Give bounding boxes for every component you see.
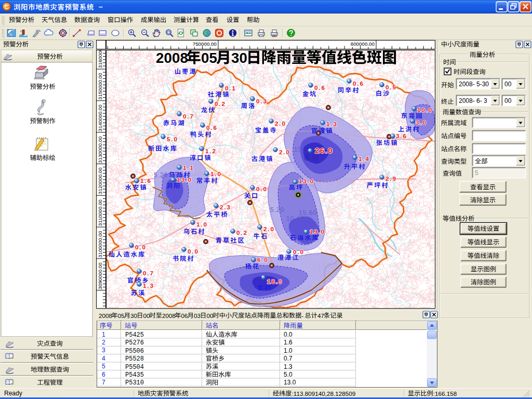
svg-text:05: 05: [118, 312, 125, 319]
svg-text:3120000.00: 3120000.00: [97, 167, 103, 194]
svg-text:30: 30: [231, 50, 247, 66]
svg-text:Ready: Ready: [4, 390, 22, 397]
svg-text:0.2: 0.2: [236, 229, 248, 236]
svg-text:P5506: P5506: [125, 348, 144, 355]
svg-text:0.1: 0.1: [225, 85, 236, 92]
svg-text:1.4: 1.4: [358, 155, 370, 163]
svg-text:1.0: 1.0: [210, 170, 222, 178]
svg-text:13.0: 13.0: [284, 379, 296, 386]
svg-text:P5310: P5310: [125, 379, 144, 387]
svg-text:P5504: P5504: [125, 364, 144, 371]
svg-text:2008: 2008: [162, 312, 176, 319]
svg-text:3140000.00: 3140000.00: [97, 104, 103, 131]
svg-text:750000.00: 750000.00: [193, 41, 217, 47]
svg-text:2008- 5-30: 2008- 5-30: [459, 81, 489, 88]
svg-text:2.9: 2.9: [385, 175, 397, 182]
svg-text:15.6: 15.6: [241, 284, 255, 291]
svg-text:47: 47: [317, 312, 324, 319]
svg-text:26.0: 26.0: [315, 146, 333, 155]
svg-text:0.2: 0.2: [215, 100, 226, 108]
svg-text:2008- 6- 3: 2008- 6- 3: [459, 97, 487, 104]
svg-text:0.0: 0.0: [256, 185, 268, 193]
svg-text:4: 4: [102, 355, 105, 362]
svg-text:0.0: 0.0: [135, 244, 147, 251]
svg-text:0.6: 0.6: [314, 84, 326, 91]
svg-text:2.3: 2.3: [220, 204, 231, 211]
svg-text:0.6: 0.6: [353, 80, 364, 87]
svg-text:6.0: 6.0: [257, 256, 269, 263]
svg-text:1.0: 1.0: [284, 347, 292, 354]
svg-text:15.: 15.: [294, 146, 304, 153]
svg-text:1.1: 1.1: [183, 164, 194, 171]
svg-text::166.158: :166.158: [433, 390, 457, 397]
svg-text:3.6: 3.6: [396, 132, 407, 140]
svg-text:2.0: 2.0: [279, 149, 290, 156]
svg-text:0.7: 0.7: [143, 270, 154, 277]
svg-text:13.0: 13.0: [177, 176, 192, 183]
svg-text:19.0: 19.0: [310, 228, 325, 235]
svg-text:2: 2: [102, 339, 105, 346]
svg-text:1.2: 1.2: [205, 148, 217, 155]
svg-text:0.3: 0.3: [256, 98, 268, 105]
svg-text:00: 00: [143, 312, 150, 319]
svg-text:00: 00: [504, 97, 512, 104]
svg-text:1.3: 1.3: [143, 282, 154, 289]
svg-text:3110000.00: 3110000.00: [97, 199, 103, 226]
svg-text:2008: 2008: [99, 312, 112, 319]
svg-text:03: 03: [194, 312, 201, 319]
svg-text::113.809140,28.128509: :113.809140,28.128509: [292, 390, 356, 397]
svg-text:18.0: 18.0: [267, 278, 283, 285]
svg-text:10.0: 10.0: [417, 107, 433, 114]
svg-text:5: 5: [102, 363, 105, 370]
svg-text:00: 00: [504, 81, 512, 88]
svg-text:2.0: 2.0: [263, 225, 275, 233]
svg-text:5.0: 5.0: [167, 136, 178, 143]
svg-text:3: 3: [102, 347, 105, 354]
svg-text:2.0: 2.0: [275, 120, 286, 127]
svg-text:P5528: P5528: [125, 355, 144, 363]
svg-text:1: 1: [102, 331, 105, 338]
svg-text:00: 00: [206, 312, 214, 319]
svg-text:3090000.00: 3090000.00: [97, 262, 103, 289]
svg-text:1.6: 1.6: [284, 339, 292, 346]
svg-text:13.0: 13.0: [299, 178, 314, 185]
svg-text:30: 30: [130, 312, 138, 319]
svg-text:06: 06: [181, 312, 188, 319]
svg-text:0.0: 0.0: [284, 331, 292, 338]
svg-text:5.20: 5.20: [270, 206, 284, 214]
svg-text:1.6: 1.6: [140, 177, 152, 184]
svg-text:0.5: 0.5: [385, 84, 397, 91]
svg-text:P5435: P5435: [125, 371, 144, 379]
svg-text:0.7: 0.7: [284, 355, 292, 362]
svg-text:0.0: 0.0: [188, 248, 199, 255]
svg-text:800000.00: 800000.00: [351, 41, 375, 47]
svg-text:5.20: 5.20: [154, 171, 168, 179]
svg-text:6: 6: [102, 371, 105, 378]
svg-text:P5276: P5276: [125, 339, 144, 347]
svg-text:P5425: P5425: [125, 331, 144, 339]
svg-text:0.7: 0.7: [183, 113, 194, 120]
svg-text:5.0: 5.0: [284, 371, 292, 378]
svg-text:0.6: 0.6: [206, 124, 218, 131]
svg-text:3150000.00: 3150000.00: [97, 73, 103, 100]
svg-text:2008: 2008: [156, 50, 188, 66]
svg-text:0.0: 0.0: [293, 248, 304, 256]
svg-text:3100000.00: 3100000.00: [97, 231, 103, 258]
svg-text:-: -: [301, 312, 303, 319]
svg-text:10.40: 10.40: [286, 215, 304, 222]
svg-text:5: 5: [475, 169, 478, 177]
svg-text:7: 7: [102, 379, 105, 386]
svg-text:1.3: 1.3: [284, 363, 292, 370]
svg-text:3.0: 3.0: [416, 119, 427, 126]
svg-text:–: –: [99, 3, 103, 11]
svg-text:05: 05: [201, 50, 217, 66]
svg-text:1.0: 1.0: [196, 221, 208, 228]
svg-text:3130000.00: 3130000.00: [97, 136, 103, 163]
svg-text:1.3: 1.3: [326, 121, 338, 128]
